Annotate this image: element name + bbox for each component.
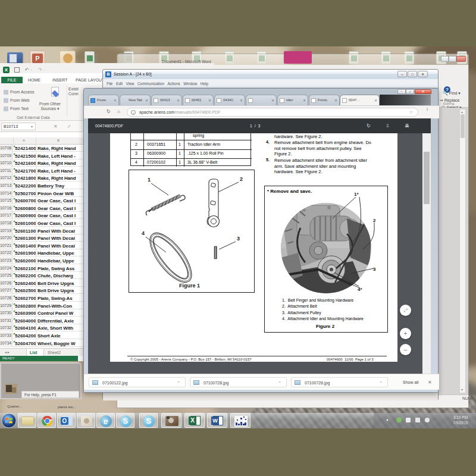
- svg-text:1: 1: [148, 177, 151, 183]
- svg-text:3: 3: [373, 267, 376, 272]
- svg-text:Figure 1: Figure 1: [179, 283, 200, 289]
- svg-text:1*: 1*: [354, 192, 359, 197]
- svg-text:2: 2: [373, 218, 376, 223]
- svg-text:3: 3: [237, 236, 240, 242]
- svg-text:2: 2: [240, 176, 243, 182]
- svg-text:4: 4: [142, 230, 145, 236]
- svg-text:4*: 4*: [358, 287, 362, 292]
